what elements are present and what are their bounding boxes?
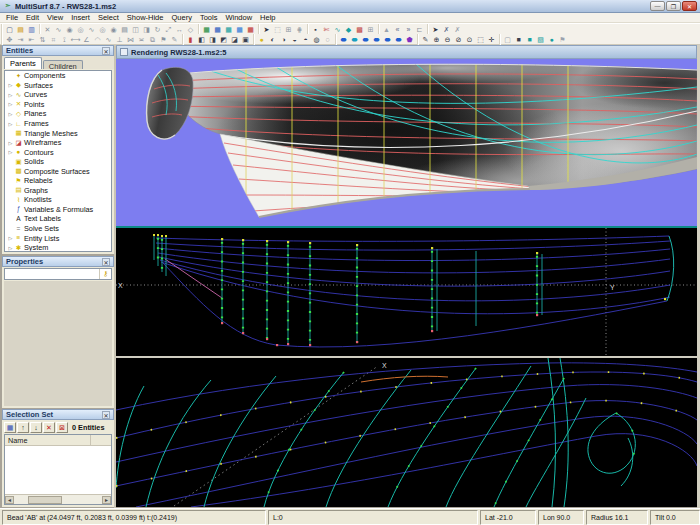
tree-expand-icon[interactable]: ▷ bbox=[7, 245, 14, 251]
angle-icon[interactable]: ∠ bbox=[81, 34, 92, 44]
tree-item-components[interactable]: ✦Components bbox=[5, 71, 111, 81]
tree-item-contours[interactable]: ▷●Contours bbox=[5, 147, 111, 157]
magnet-icon[interactable]: ◉ bbox=[108, 24, 119, 34]
normal-icon[interactable]: ⊥ bbox=[114, 34, 125, 44]
flag-icon[interactable]: ⚑ bbox=[557, 34, 568, 44]
menu-view[interactable]: View bbox=[43, 13, 67, 23]
minimize-button[interactable]: — bbox=[650, 1, 665, 11]
point-abs-icon[interactable]: ◎ bbox=[75, 24, 86, 34]
selection-close-icon[interactable]: ✕ bbox=[102, 411, 110, 419]
view-right-icon[interactable]: ⬬ bbox=[371, 34, 382, 44]
selection-move-down-button[interactable]: ↓ bbox=[30, 422, 42, 433]
menu-tools[interactable]: Tools bbox=[196, 13, 222, 23]
view-left-icon[interactable]: ⬬ bbox=[360, 34, 371, 44]
scale-icon[interactable]: ⤢ bbox=[163, 24, 174, 34]
selection-list[interactable]: Name ◄ ► bbox=[4, 434, 112, 505]
properties-input[interactable] bbox=[5, 269, 99, 279]
tree-item-variables-formulas[interactable]: ƒVariables & Formulas bbox=[5, 205, 111, 215]
show-selected-icon[interactable]: ▮ bbox=[185, 34, 196, 44]
shade-off-icon[interactable]: ▢ bbox=[502, 34, 513, 44]
scroll-left-icon[interactable]: ◄ bbox=[5, 496, 14, 504]
plan-viewport[interactable]: X bbox=[116, 358, 697, 507]
rendering-window-titlebar[interactable]: Rendering RWS28-1.ms2:5 bbox=[116, 45, 697, 59]
pan-icon[interactable]: ✛ bbox=[486, 34, 497, 44]
zoom-out-icon[interactable]: ⊖ bbox=[442, 34, 453, 44]
zoom-window-icon[interactable]: ⊘ bbox=[453, 34, 464, 44]
shade-teal-icon[interactable]: ■ bbox=[524, 34, 535, 44]
render-window-icon[interactable]: ▦ bbox=[245, 24, 256, 34]
select-filter-icon[interactable]: ⋕ bbox=[294, 24, 305, 34]
body-window-icon[interactable]: ▦ bbox=[234, 24, 245, 34]
prev-icon[interactable]: « bbox=[392, 24, 403, 34]
tree-item-solids[interactable]: ▣Solids bbox=[5, 157, 111, 167]
tree-expand-icon[interactable]: ▷ bbox=[7, 121, 14, 127]
tab-children[interactable]: Children bbox=[43, 60, 83, 69]
scroll-right-icon[interactable]: ► bbox=[102, 496, 111, 504]
profile-window-icon[interactable]: ▦ bbox=[212, 24, 223, 34]
relabel-icon[interactable]: ⚑ bbox=[158, 34, 169, 44]
fence-select-icon[interactable]: ⬚ bbox=[272, 24, 283, 34]
drag-icon[interactable]: ✥ bbox=[4, 34, 15, 44]
shade-dark-icon[interactable]: ■ bbox=[513, 34, 524, 44]
bulb-icon[interactable]: ● bbox=[256, 34, 267, 44]
menu-insert[interactable]: Insert bbox=[67, 13, 94, 23]
selection-clear-button[interactable]: ⊠ bbox=[56, 422, 68, 433]
menu-file[interactable]: File bbox=[2, 13, 22, 23]
tree-item-system[interactable]: ▷✱System bbox=[5, 243, 111, 252]
tree-expand-icon[interactable]: ▷ bbox=[7, 111, 14, 117]
menu-help[interactable]: Help bbox=[256, 13, 279, 23]
tree-item-curves[interactable]: ▷∿Curves bbox=[5, 90, 111, 100]
show-parents-icon[interactable]: ◩ bbox=[218, 34, 229, 44]
move-z-icon[interactable]: ⇅ bbox=[37, 34, 48, 44]
new-file-icon[interactable]: ▢ bbox=[4, 24, 15, 34]
zoom-box-icon[interactable]: ⬚ bbox=[475, 34, 486, 44]
bulb-all-icon[interactable]: ◍ bbox=[311, 34, 322, 44]
next-icon[interactable]: » bbox=[403, 24, 414, 34]
mesh-icon[interactable]: ▩ bbox=[354, 24, 365, 34]
bulb-hide-icon[interactable]: ◑ bbox=[278, 34, 289, 44]
menu-window[interactable]: Window bbox=[221, 13, 256, 23]
tree-expand-icon[interactable]: ▷ bbox=[7, 149, 14, 155]
mirror-icon[interactable]: ◫ bbox=[130, 24, 141, 34]
menu-show-hide[interactable]: Show-Hide bbox=[123, 13, 168, 23]
zoom-in-icon[interactable]: ⊕ bbox=[431, 34, 442, 44]
selection-remove-button[interactable]: ✕ bbox=[43, 422, 55, 433]
open-file-icon[interactable]: ▤ bbox=[15, 24, 26, 34]
tree-item-triangle-meshes[interactable]: ▦Triangle Meshes bbox=[5, 128, 111, 138]
pick-q-icon[interactable]: ✗ bbox=[452, 24, 463, 34]
rotate-icon[interactable]: ↻ bbox=[152, 24, 163, 34]
menu-query[interactable]: Query bbox=[167, 13, 195, 23]
measure-icon[interactable]: ⟟ bbox=[59, 34, 70, 44]
show-one-icon[interactable]: ◧ bbox=[196, 34, 207, 44]
shift-icon[interactable]: ↔ bbox=[174, 24, 185, 34]
insert-point-icon[interactable]: ∿ bbox=[53, 24, 64, 34]
tree-expand-icon[interactable]: ▷ bbox=[7, 235, 14, 241]
tree-item-composite-surfaces[interactable]: ▩Composite Surfaces bbox=[5, 166, 111, 176]
radius-icon[interactable]: ◠ bbox=[92, 34, 103, 44]
select-arrow-icon[interactable]: ➤ bbox=[261, 24, 272, 34]
show-all-icon[interactable]: ▣ bbox=[240, 34, 251, 44]
tree-item-entity-lists[interactable]: ▷≡Entity Lists bbox=[5, 233, 111, 243]
profile-viewport[interactable]: X Y bbox=[116, 228, 697, 356]
porcupine-icon[interactable]: ∿ bbox=[332, 24, 343, 34]
ring-icon[interactable]: ◎ bbox=[97, 24, 108, 34]
delete-point-icon[interactable]: ✕ bbox=[42, 24, 53, 34]
grid-icon[interactable]: ⊞ bbox=[365, 24, 376, 34]
menu-edit[interactable]: Edit bbox=[22, 13, 43, 23]
bulb-none-icon[interactable]: ◌ bbox=[322, 34, 333, 44]
tree-item-relabels[interactable]: ⚑Relabels bbox=[5, 176, 111, 186]
scroll-thumb[interactable] bbox=[28, 496, 62, 504]
tree-expand-icon[interactable]: ▷ bbox=[7, 140, 14, 146]
window-icon[interactable]: ⊏ bbox=[414, 24, 425, 34]
curve-tool-icon[interactable]: ∿ bbox=[103, 34, 114, 44]
surface-curvature-icon[interactable]: ◆ bbox=[343, 24, 354, 34]
intersect-icon[interactable]: ⋈ bbox=[125, 34, 136, 44]
selection-column-name[interactable]: Name bbox=[5, 435, 91, 445]
hide-one-icon[interactable]: ◨ bbox=[207, 34, 218, 44]
restore-button[interactable]: ❐ bbox=[666, 1, 681, 11]
offset-icon[interactable]: ≍ bbox=[136, 34, 147, 44]
properties-key-icon[interactable]: ⚷ bbox=[99, 269, 111, 279]
tree-item-text-labels[interactable]: AText Labels bbox=[5, 214, 111, 224]
selection-grid-button[interactable]: ▦ bbox=[4, 422, 16, 433]
tree-expand-icon[interactable]: ▷ bbox=[7, 101, 14, 107]
